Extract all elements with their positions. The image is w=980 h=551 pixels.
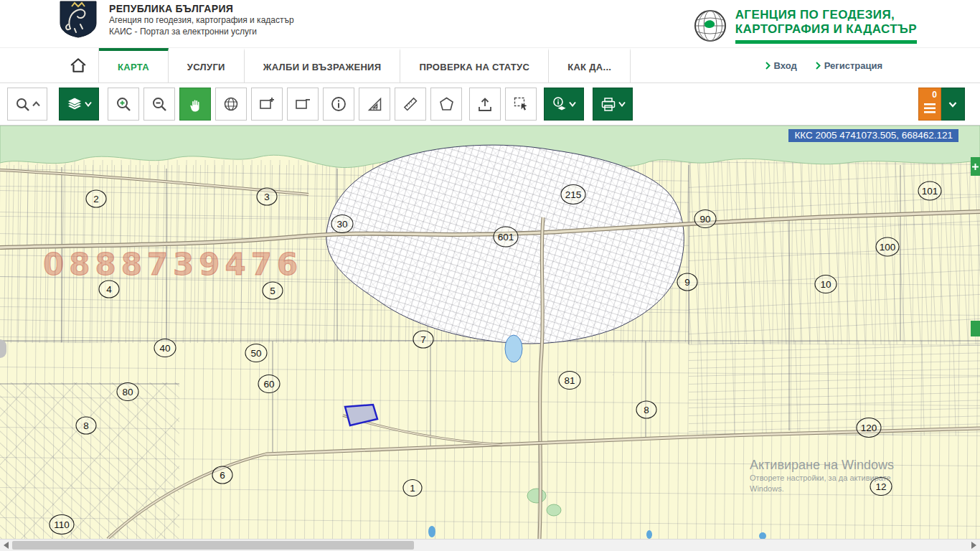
zone-number-marker: 3 (257, 188, 277, 205)
info-layers-icon (552, 97, 567, 111)
identify-info-button[interactable] (323, 88, 354, 121)
zoom-window-in-button[interactable] (251, 88, 283, 121)
zone-number-marker: 5 (263, 282, 283, 299)
chevron-down-icon (948, 101, 957, 108)
cart-notifications-button[interactable]: 0 (918, 88, 941, 121)
chevron-right-icon (816, 62, 821, 70)
search-tool-button[interactable] (7, 88, 47, 121)
layers-dropdown-button[interactable] (59, 88, 99, 121)
zone-number-marker: 90 (694, 210, 716, 228)
zoom-in-icon (116, 96, 131, 112)
cart-dropdown-button[interactable] (941, 88, 965, 121)
zone-number-marker: 12 (870, 478, 892, 496)
scrollbar-thumb[interactable] (12, 541, 414, 550)
print-dropdown-button[interactable] (593, 88, 633, 121)
zoom-in-button[interactable] (108, 88, 139, 121)
zone-number-marker: 10 (815, 276, 837, 293)
chevron-right-icon (765, 62, 771, 70)
pan-tool-button[interactable] (179, 88, 211, 121)
home-button[interactable] (57, 48, 99, 83)
zone-number-marker: 40 (154, 339, 176, 357)
svg-text:8: 8 (644, 405, 649, 415)
svg-text:60: 60 (263, 379, 274, 390)
login-link[interactable]: Вход (765, 60, 797, 71)
svg-text:90: 90 (699, 214, 710, 225)
svg-text:30: 30 (336, 219, 347, 230)
identify-layers-dropdown-button[interactable] (544, 88, 584, 121)
zone-number-marker: 2 (86, 190, 106, 207)
globe-icon (223, 96, 239, 112)
chevron-down-icon (85, 101, 92, 107)
toolbar-right-group: 0 (918, 88, 965, 121)
zone-number-marker: 8 (636, 401, 656, 418)
map-side-panel-handle-top[interactable] (971, 157, 980, 176)
svg-text:100: 100 (880, 242, 896, 253)
chevron-down-icon (618, 101, 626, 107)
svg-text:5: 5 (270, 286, 275, 296)
map-toolbar: 0 (0, 83, 980, 126)
nav-right: Вход Регистрация (765, 48, 980, 83)
register-label: Регистрация (824, 60, 882, 71)
coordinates-readout: ККС 2005 4741073.505, 668462.121 (788, 129, 958, 142)
polygon-area-icon (439, 97, 454, 111)
globe-extent-button[interactable] (215, 88, 247, 121)
zoom-window-out-button[interactable] (287, 88, 319, 121)
svg-text:120: 120 (861, 423, 877, 433)
login-label: Вход (774, 60, 797, 71)
zoom-window-in-icon (259, 97, 275, 111)
measure-distance-button[interactable] (395, 88, 426, 121)
svg-text:1: 1 (410, 483, 415, 494)
agency-globe-logo (692, 8, 728, 44)
upload-file-button[interactable] (469, 88, 501, 121)
tab-kak-da[interactable]: КАК ДА... (549, 48, 631, 83)
zone-number-marker: 120 (857, 418, 881, 438)
zone-number-marker: 6 (212, 466, 232, 484)
svg-text:50: 50 (250, 348, 261, 359)
zone-number-marker: 50 (245, 344, 267, 362)
horizontal-scrollbar[interactable] (0, 539, 980, 551)
cadastral-map[interactable]: 0888739476 2 3 30 215 90 101 100 601 4 5… (0, 126, 980, 539)
tab-karta[interactable]: КАРТА (99, 48, 169, 83)
zone-number-marker: 101 (918, 182, 941, 200)
main-nav: КАРТА УСЛУГИ ЖАЛБИ И ВЪЗРАЖЕНИЯ ПРОВЕРКА… (0, 47, 980, 83)
map-container[interactable]: 0888739476 2 3 30 215 90 101 100 601 4 5… (0, 126, 980, 539)
zone-number-marker: 8 (76, 417, 96, 434)
parcel-texture-diagonal (0, 382, 179, 539)
search-icon (15, 97, 30, 112)
printer-icon (600, 97, 616, 112)
zone-number-marker: 7 (413, 331, 433, 348)
zone-number-marker: 1 (403, 480, 422, 496)
zone-number-marker: 81 (559, 372, 580, 390)
scroll-right-button[interactable] (968, 540, 980, 551)
phone-watermark: 0888739476 (43, 247, 303, 282)
svg-text:6: 6 (220, 470, 225, 481)
svg-text:8: 8 (83, 420, 89, 431)
svg-text:215: 215 (565, 189, 582, 200)
zone-number-marker: 9 (677, 273, 697, 291)
zone-number-marker: 601 (494, 227, 518, 247)
tab-proverka[interactable]: ПРОВЕРКА НА СТАТУС (400, 48, 549, 83)
select-features-button[interactable] (505, 88, 537, 121)
zone-number-marker: 100 (876, 237, 899, 256)
svg-text:80: 80 (122, 387, 133, 397)
zone-number-marker: 110 (50, 515, 74, 534)
measure-area-button[interactable] (430, 88, 462, 121)
chevron-down-icon (569, 101, 576, 107)
tab-zhalbi[interactable]: ЖАЛБИ И ВЪЗРАЖЕНИЯ (245, 48, 401, 83)
agency-name-line1: АГЕНЦИЯ ПО ГЕОДЕЗИЯ, (735, 8, 917, 22)
layers-icon (67, 97, 83, 111)
tab-uslugi[interactable]: УСЛУГИ (169, 48, 245, 83)
plus-icon (972, 164, 979, 170)
scale-ruler-button[interactable] (359, 88, 390, 121)
zoom-out-button[interactable] (143, 88, 175, 121)
svg-text:110: 110 (54, 519, 70, 530)
register-link[interactable]: Регистрация (816, 60, 882, 71)
svg-text:101: 101 (922, 186, 938, 197)
map-side-panel-handle-bottom[interactable] (971, 321, 980, 336)
set-square-icon (367, 97, 382, 112)
chevron-up-icon (32, 101, 40, 107)
scroll-left-button[interactable] (0, 540, 12, 551)
notification-count-badge: 0 (932, 90, 937, 100)
agency-subtitle: Агенция по геодезия, картография и кадас… (109, 15, 294, 27)
water-feature (428, 526, 435, 537)
